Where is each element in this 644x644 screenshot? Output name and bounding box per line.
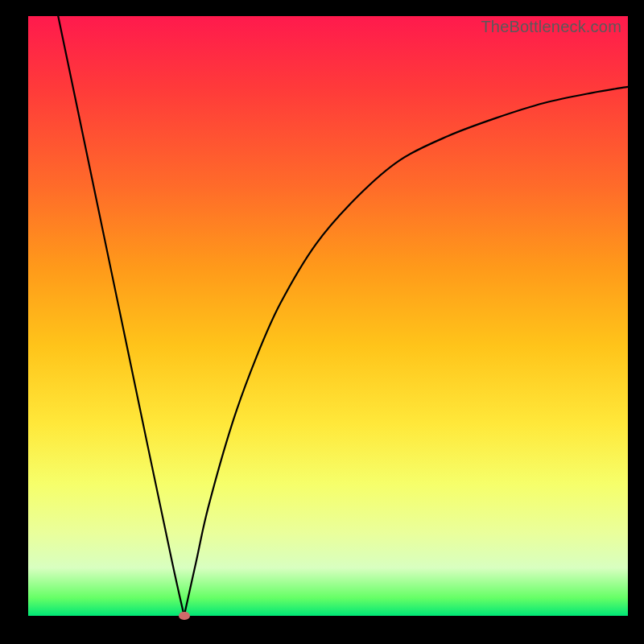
minimum-marker: [179, 612, 190, 620]
chart-frame: TheBottleneck.com: [0, 0, 644, 644]
bottleneck-curve: [28, 16, 628, 616]
plot-area: TheBottleneck.com: [28, 16, 628, 616]
